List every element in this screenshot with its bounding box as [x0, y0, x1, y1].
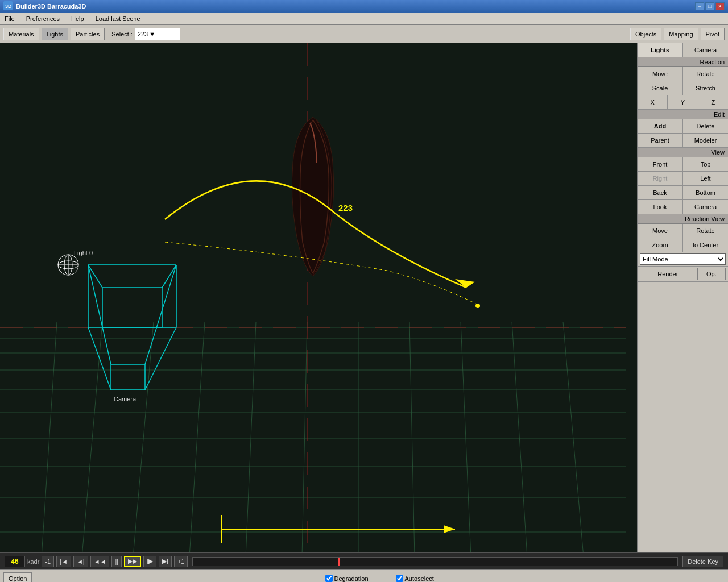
reaction-section-header: Reaction [638, 57, 728, 67]
go-start-button[interactable]: |◄ [56, 556, 71, 567]
render-row: Render Op. [638, 267, 728, 282]
autoselect-label: Autoselect [405, 575, 434, 582]
menubar: File Preferences Help Load last Scene [0, 13, 728, 25]
view-section-header: View [638, 148, 728, 157]
titlebar: 3D Builder3D Barracuda3D − □ ✕ [0, 0, 728, 13]
objects-button[interactable]: Objects [630, 28, 661, 40]
look-button[interactable]: Look [638, 200, 683, 214]
viewport[interactable]: 223 Light 0 Camera [0, 43, 637, 552]
main-area: 223 Light 0 Camera Lights Camera Reactio… [0, 43, 728, 552]
camera-view-button[interactable]: Camera [683, 200, 728, 214]
select-value: 223 [138, 31, 148, 38]
y-button[interactable]: Y [668, 95, 698, 109]
window-controls: − □ ✕ [695, 2, 725, 10]
render-button[interactable]: Render [640, 268, 696, 280]
svg-text:3D: 3D [5, 3, 12, 9]
svg-text:Camera: Camera [114, 396, 136, 402]
pause-button[interactable]: || [111, 556, 122, 567]
tab-lights[interactable]: Lights [638, 43, 683, 57]
right-toolbar-buttons: Objects Mapping Pivot [630, 28, 725, 40]
degradation-label: Degradation [334, 575, 369, 582]
svg-text:Light 0: Light 0 [74, 250, 93, 256]
particles-button[interactable]: Particles [71, 28, 105, 40]
view-row-3: Back Bottom [638, 186, 728, 200]
delete-key-button[interactable]: Delete Key [682, 556, 723, 567]
select-arrow[interactable]: ▼ [149, 31, 155, 38]
fill-mode-dropdown[interactable]: Fill Mode [638, 252, 728, 267]
scale-button[interactable]: Scale [638, 81, 683, 95]
timeline: 46 kadr -1 |◄ ◄| ◄◄ || ▶▶ |▶ ▶| +1 Delet… [0, 552, 728, 569]
x-button[interactable]: X [638, 95, 668, 109]
autoselect-check[interactable]: Autoselect [396, 575, 434, 582]
rv-row-2: Zoom to Center [638, 238, 728, 252]
right-panel: Lights Camera Reaction Move Rotate Scale… [637, 43, 728, 552]
z-button[interactable]: Z [698, 95, 728, 109]
option-button[interactable]: Option [3, 572, 32, 583]
play-button[interactable]: ▶▶ [124, 556, 141, 567]
maximize-button[interactable]: □ [705, 2, 714, 10]
menu-help[interactable]: Help [69, 14, 86, 23]
back-button[interactable]: Back [638, 186, 683, 199]
edit-row-1: Add Delete [638, 119, 728, 134]
add-button[interactable]: Add [638, 119, 683, 133]
right-view-button[interactable]: Right [638, 172, 683, 185]
prev-button[interactable]: ◄◄ [90, 556, 110, 567]
kadr-label: kadr [27, 558, 39, 565]
degradation-checkbox[interactable] [325, 575, 333, 582]
svg-text:223: 223 [338, 203, 353, 213]
prev-key-button[interactable]: ◄| [73, 556, 88, 567]
menu-load-last-scene[interactable]: Load last Scene [93, 14, 143, 23]
autoselect-checkbox[interactable] [396, 575, 403, 582]
toolbar: Materials Lights Particles Select : 223 … [0, 25, 728, 43]
view-row-4: Look Camera [638, 200, 728, 214]
plus1-button[interactable]: +1 [174, 556, 188, 567]
svg-point-46 [475, 304, 480, 308]
timeline-cursor [338, 558, 340, 566]
select-label: Select : [111, 31, 133, 38]
modeler-button[interactable]: Modeler [683, 134, 728, 147]
app-title: Builder3D Barracuda3D [16, 3, 695, 10]
fill-mode-select[interactable]: Fill Mode [640, 253, 726, 265]
panel-top-tabs: Lights Camera [638, 43, 728, 57]
close-button[interactable]: ✕ [715, 2, 725, 10]
top-button[interactable]: Top [683, 157, 728, 171]
go-end-button[interactable]: ▶| [159, 556, 172, 567]
edit-section-header: Edit [638, 110, 728, 119]
grid-background: 223 Light 0 Camera [0, 43, 637, 552]
rv-tocenter-button[interactable]: to Center [683, 238, 728, 252]
view-row-2: Right Left [638, 172, 728, 186]
materials-button[interactable]: Materials [3, 28, 39, 40]
bottom-button[interactable]: Bottom [683, 186, 728, 199]
select-box[interactable]: 223 ▼ [135, 28, 180, 40]
reaction-row-3: X Y Z [638, 95, 728, 110]
rv-zoom-button[interactable]: Zoom [638, 238, 683, 252]
tab-camera[interactable]: Camera [683, 43, 728, 57]
menu-file[interactable]: File [2, 14, 17, 23]
rv-row-1: Move Rotate [638, 224, 728, 238]
mapping-button[interactable]: Mapping [664, 28, 698, 40]
reaction-row-1: Move Rotate [638, 67, 728, 81]
front-button[interactable]: Front [638, 157, 683, 171]
rotate-button[interactable]: Rotate [683, 67, 728, 81]
minimize-button[interactable]: − [695, 2, 704, 10]
delete-button[interactable]: Delete [683, 119, 728, 133]
stretch-button[interactable]: Stretch [683, 81, 728, 95]
timeline-track[interactable] [192, 557, 678, 566]
statusbar: Option Degradation Autoselect [0, 569, 728, 582]
degradation-check[interactable]: Degradation [325, 575, 369, 582]
move-button[interactable]: Move [638, 67, 683, 81]
minus1-button[interactable]: -1 [42, 556, 54, 567]
rv-rotate-button[interactable]: Rotate [683, 224, 728, 238]
op-button[interactable]: Op. [697, 268, 726, 280]
edit-row-2: Parent Modeler [638, 134, 728, 148]
rv-move-button[interactable]: Move [638, 224, 683, 238]
reaction-view-section-header: Reaction View [638, 214, 728, 224]
pivot-button[interactable]: Pivot [701, 28, 725, 40]
reaction-row-2: Scale Stretch [638, 81, 728, 95]
lights-button[interactable]: Lights [42, 28, 68, 40]
parent-button[interactable]: Parent [638, 134, 683, 147]
left-button[interactable]: Left [683, 172, 728, 185]
frame-number: 46 [5, 556, 25, 567]
next-key-button[interactable]: |▶ [143, 556, 156, 567]
menu-preferences[interactable]: Preferences [24, 14, 62, 23]
